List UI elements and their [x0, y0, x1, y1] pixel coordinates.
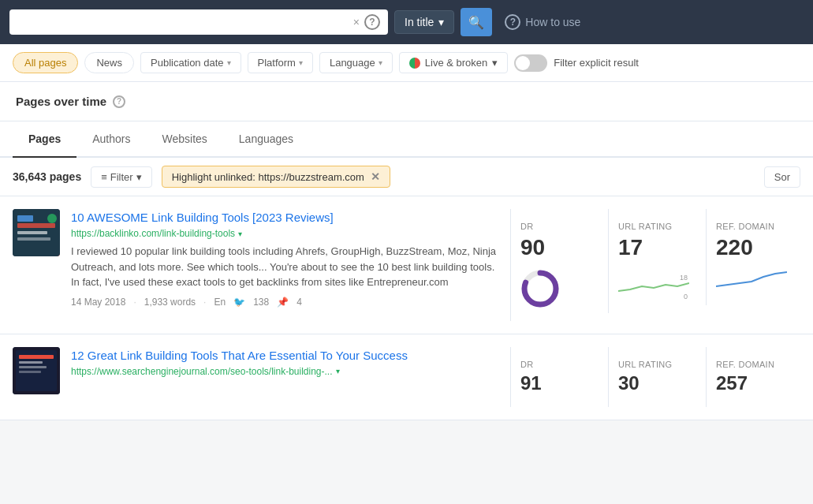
svg-rect-15 — [19, 366, 47, 368]
result-title[interactable]: 10 AWESOME Link Building Tools [2023 Rev… — [71, 209, 499, 226]
results-bar: 36,643 pages ≡ Filter ▾ Highlight unlink… — [0, 158, 813, 196]
search-input[interactable]: Link Building Tools — [17, 16, 349, 28]
pages-over-time-title: Pages over time — [16, 95, 106, 108]
url-rating-column: URL Rating 17 18 0 — [608, 209, 695, 313]
publication-date-dropdown[interactable]: Publication date ▾ — [140, 52, 241, 73]
filter-explicit-label: Filter explicit result — [554, 57, 639, 69]
sort-button[interactable]: Sor — [764, 166, 800, 188]
svg-rect-13 — [19, 355, 54, 359]
result-date: 14 May 2018 — [71, 297, 125, 308]
dr-label: DR — [520, 360, 534, 369]
url-rating-column: URL Rating 30 — [608, 347, 695, 408]
result-title[interactable]: 12 Great Link Building Tools That Are Es… — [71, 347, 499, 364]
live-broken-icon — [409, 58, 420, 69]
filter-icon: ≡ — [101, 171, 107, 183]
url-rating-label: URL Rating — [618, 222, 672, 231]
table-row: 10 AWESOME Link Building Tools [2023 Rev… — [0, 196, 813, 334]
dr-label: DR — [520, 222, 534, 231]
svg-point-8 — [532, 281, 548, 297]
filter-button[interactable]: ≡ Filter ▾ — [91, 166, 151, 188]
dr-column: DR 91 — [510, 347, 597, 408]
dr-value: 90 — [520, 234, 545, 261]
pages-over-time-section: Pages over time ? — [0, 82, 813, 121]
chevron-down-icon: ▾ — [227, 58, 231, 67]
result-word-count: 1,933 words — [144, 297, 196, 308]
ref-domains-value: 257 — [716, 372, 748, 395]
result-content: 10 AWESOME Link Building Tools [2023 Rev… — [71, 209, 499, 308]
svg-rect-3 — [17, 237, 50, 241]
ref-domains-label: Ref. domain — [716, 222, 774, 231]
search-box: Link Building Tools × ? — [9, 9, 388, 35]
url-rating-value: 17 — [618, 234, 643, 261]
pinterest-count: 4 — [296, 297, 302, 308]
search-submit-button[interactable]: 🔍 — [461, 8, 492, 36]
svg-rect-1 — [17, 223, 55, 228]
tab-websites[interactable]: Websites — [147, 121, 223, 158]
ref-domains-value: 220 — [716, 234, 753, 261]
svg-text:18: 18 — [680, 274, 688, 282]
chevron-down-icon: ▾ — [379, 58, 382, 67]
result-thumbnail — [13, 209, 60, 256]
result-thumbnail — [13, 347, 60, 394]
result-meta: 14 May 2018 · 1,933 words · En 🐦 138 📌 4 — [71, 297, 499, 308]
tab-pages[interactable]: Pages — [13, 121, 76, 158]
dr-column: DR 90 — [510, 209, 597, 321]
content-tabs: Pages Authors Websites Languages — [0, 121, 813, 158]
ref-domains-column: Ref. domain 220 — [706, 209, 800, 305]
filter-explicit-toggle[interactable] — [514, 54, 547, 72]
svg-text:0: 0 — [684, 293, 688, 301]
close-icon: × — [353, 16, 360, 28]
dr-value: 91 — [520, 372, 542, 395]
svg-rect-14 — [19, 361, 43, 364]
ref-domains-label: Ref. domain — [716, 360, 774, 369]
tab-authors[interactable]: Authors — [76, 121, 146, 158]
clear-button[interactable]: × — [353, 16, 360, 28]
svg-rect-16 — [19, 371, 41, 373]
svg-rect-2 — [17, 231, 47, 234]
header: Link Building Tools × ? In title ▾ 🔍 ? H… — [0, 0, 813, 44]
chevron-down-icon: ▾ — [438, 16, 444, 28]
result-url[interactable]: https://www.searchenginejournal.com/seo-… — [71, 366, 499, 377]
how-to-use-icon: ? — [505, 14, 520, 30]
url-rating-label: URL Rating — [618, 360, 672, 369]
twitter-count: 138 — [253, 297, 269, 308]
platform-dropdown[interactable]: Platform ▾ — [248, 52, 313, 73]
how-to-use-link[interactable]: ? How to use — [505, 14, 580, 30]
results-count: 36,643 pages — [13, 170, 81, 183]
highlight-text: Highlight unlinked: https://buzzstream.c… — [172, 171, 364, 183]
url-rating-value: 30 — [618, 372, 640, 395]
search-help-icon[interactable]: ? — [364, 14, 380, 30]
chevron-down-icon: ▾ — [136, 171, 142, 183]
highlight-close-button[interactable]: ✕ — [371, 170, 380, 183]
search-icon: 🔍 — [468, 15, 484, 30]
live-broken-dropdown[interactable]: Live & broken ▾ — [399, 52, 509, 73]
url-arrow-icon: ▾ — [238, 230, 242, 238]
result-snippet: I reviewed 10 popular link building tool… — [71, 244, 499, 290]
language-dropdown[interactable]: Language ▾ — [319, 52, 393, 73]
ref-domains-chart — [716, 261, 787, 293]
svg-rect-4 — [17, 215, 33, 222]
pinterest-icon: 📌 — [277, 297, 289, 308]
tab-all-pages[interactable]: All pages — [13, 52, 78, 73]
tab-languages[interactable]: Languages — [223, 121, 309, 158]
chevron-down-icon: ▾ — [299, 58, 303, 67]
twitter-icon: 🐦 — [233, 297, 245, 308]
pages-over-time-help-icon[interactable]: ? — [113, 95, 125, 108]
search-scope-label: In title — [405, 16, 434, 28]
svg-point-5 — [47, 214, 57, 223]
search-scope-dropdown[interactable]: In title ▾ — [394, 10, 454, 34]
url-rating-chart: 18 0 — [618, 269, 689, 301]
how-to-use-label: How to use — [525, 16, 580, 28]
dr-chart — [520, 269, 560, 308]
url-arrow-icon: ▾ — [336, 367, 340, 375]
highlight-tag: Highlight unlinked: https://buzzstream.c… — [162, 166, 390, 188]
filter-bar: All pages News Publication date ▾ Platfo… — [0, 44, 813, 82]
result-language: En — [214, 297, 226, 308]
results-list: 10 AWESOME Link Building Tools [2023 Rev… — [0, 196, 813, 420]
table-row: 12 Great Link Building Tools That Are Es… — [0, 334, 813, 421]
ref-domains-column: Ref. domain 257 — [706, 347, 800, 408]
tab-news[interactable]: News — [84, 52, 134, 73]
result-url[interactable]: https://backlinko.com/link-building-tool… — [71, 228, 499, 239]
chevron-down-icon: ▾ — [492, 57, 498, 69]
result-content: 12 Great Link Building Tools That Are Es… — [71, 347, 499, 382]
